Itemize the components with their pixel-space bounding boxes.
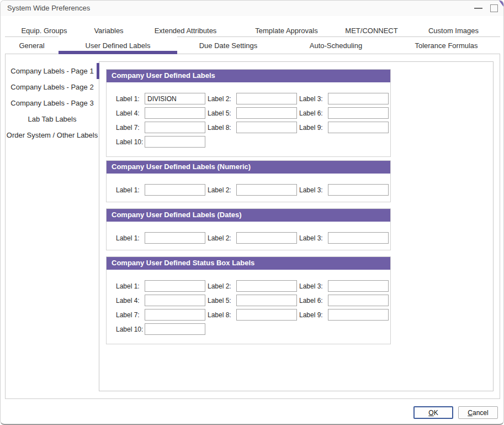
field-label: Label 3: <box>299 282 328 290</box>
field-label: Label 9: <box>299 124 328 132</box>
field-label: Label 6: <box>299 109 328 117</box>
company-label-10-input[interactable] <box>145 136 205 148</box>
dates-label-2-input[interactable] <box>236 232 297 244</box>
tab-content-frame: Company Labels - Page 1 Company Labels -… <box>5 54 500 399</box>
sidebar-item-company-labels-page-3[interactable]: Company Labels - Page 3 <box>6 95 99 111</box>
tab-user-defined-labels[interactable]: User Defined Labels <box>59 40 177 51</box>
section-header: Company User Defined Labels (Numeric) <box>106 160 391 174</box>
section-header: Company User Defined Labels <box>106 69 391 82</box>
tab-row-1: Equip. Groups Variables Extended Attribu… <box>5 25 500 37</box>
section-company-user-defined-labels: Company User Defined Labels Label 1: Lab… <box>106 69 391 157</box>
section-header: Company User Defined Labels (Dates) <box>106 208 391 222</box>
sidebar-selection-indicator <box>97 63 99 79</box>
dates-label-3-input[interactable] <box>328 232 389 244</box>
system-wide-preferences-dialog: System Wide Preferences Equip. Groups Va… <box>0 0 504 425</box>
tab-general[interactable]: General <box>5 40 59 51</box>
tab-row-2: General User Defined Labels Due Date Set… <box>5 40 500 51</box>
field-label: Label 7: <box>116 311 145 319</box>
status-label-2-input[interactable] <box>236 280 297 292</box>
field-label: Label 8: <box>208 311 236 319</box>
sidebar: Company Labels - Page 1 Company Labels -… <box>6 54 99 398</box>
status-label-9-input[interactable] <box>328 309 389 321</box>
status-label-5-input[interactable] <box>236 295 297 306</box>
ok-button-label: OK <box>428 409 438 417</box>
section-company-user-defined-labels-dates: Company User Defined Labels (Dates) Labe… <box>106 208 391 250</box>
field-label: Label 2: <box>208 282 236 290</box>
field-label: Label 7: <box>116 124 145 132</box>
field-label: Label 1: <box>116 186 145 194</box>
field-label: Label 4: <box>116 297 145 305</box>
tab-custom-images[interactable]: Custom Images <box>407 25 500 37</box>
company-label-3-input[interactable] <box>328 93 389 104</box>
company-label-2-input[interactable] <box>236 93 297 104</box>
field-label: Label 8: <box>208 124 236 132</box>
field-label: Label 1: <box>116 282 145 290</box>
tab-row-divider-left <box>5 36 59 37</box>
numeric-label-3-input[interactable] <box>328 184 389 196</box>
tab-tolerance-formulas[interactable]: Tolerance Formulas <box>392 40 500 51</box>
field-label: Label 1: <box>116 95 145 103</box>
field-label: Label 4: <box>116 109 145 117</box>
field-label: Label 9: <box>299 311 328 319</box>
status-label-8-input[interactable] <box>236 309 297 321</box>
tab-variables[interactable]: Variables <box>83 25 134 37</box>
tab-equip-groups[interactable]: Equip. Groups <box>5 25 83 37</box>
dates-label-1-input[interactable] <box>145 232 205 244</box>
company-label-6-input[interactable] <box>328 107 389 119</box>
titlebar[interactable]: System Wide Preferences <box>1 1 503 16</box>
tab-row-divider-right <box>177 36 500 37</box>
sidebar-item-company-labels-page-2[interactable]: Company Labels - Page 2 <box>6 79 99 95</box>
tab-due-date-settings[interactable]: Due Date Settings <box>177 40 279 51</box>
company-label-5-input[interactable] <box>236 107 297 119</box>
field-label: Label 6: <box>299 297 328 305</box>
company-label-1-input[interactable] <box>145 93 205 104</box>
labels-content-panel: Company User Defined Labels Label 1: Lab… <box>99 61 494 391</box>
sidebar-item-company-labels-page-1[interactable]: Company Labels - Page 1 <box>6 63 99 79</box>
maximize-button[interactable] <box>486 1 502 16</box>
cancel-button[interactable]: Cancel <box>458 406 498 419</box>
field-label: Label 10: <box>116 326 145 333</box>
status-label-10-input[interactable] <box>145 323 205 335</box>
selected-tab-underline <box>59 51 177 54</box>
status-label-4-input[interactable] <box>145 295 205 306</box>
field-label: Label 2: <box>208 234 236 242</box>
numeric-label-1-input[interactable] <box>145 184 205 196</box>
section-company-user-defined-status-box-labels: Company User Defined Status Box Labels L… <box>106 256 391 344</box>
section-company-user-defined-labels-numeric: Company User Defined Labels (Numeric) La… <box>106 160 391 202</box>
minimize-button[interactable] <box>470 1 487 16</box>
section-header: Company User Defined Status Box Labels <box>106 256 391 270</box>
sidebar-item-order-system-other-labels[interactable]: Order System / Other Labels <box>6 127 99 143</box>
company-label-9-input[interactable] <box>328 122 389 133</box>
field-label: Label 5: <box>208 297 236 305</box>
tab-auto-scheduling[interactable]: Auto-Scheduling <box>279 40 392 51</box>
field-label: Label 3: <box>299 186 328 194</box>
tab-met-connect[interactable]: MET/CONNECT <box>336 25 407 37</box>
status-label-6-input[interactable] <box>328 295 389 306</box>
field-label: Label 2: <box>208 186 236 194</box>
field-label: Label 2: <box>208 95 236 103</box>
minimize-icon <box>474 8 482 9</box>
tab-extended-attributes[interactable]: Extended Attributes <box>134 25 237 37</box>
cancel-button-label: Cancel <box>468 409 488 417</box>
status-label-3-input[interactable] <box>328 280 389 292</box>
tab-template-approvals[interactable]: Template Approvals <box>237 25 336 37</box>
window-title: System Wide Preferences <box>7 1 90 16</box>
field-label: Label 1: <box>116 234 145 242</box>
status-label-7-input[interactable] <box>145 309 205 321</box>
numeric-label-2-input[interactable] <box>236 184 297 196</box>
company-label-4-input[interactable] <box>145 107 205 119</box>
ok-button[interactable]: OK <box>413 406 453 419</box>
company-label-7-input[interactable] <box>145 122 205 133</box>
sidebar-item-lab-tab-labels[interactable]: Lab Tab Labels <box>6 111 99 127</box>
field-label: Label 10: <box>116 138 145 146</box>
field-label: Label 3: <box>299 95 328 103</box>
company-label-8-input[interactable] <box>236 122 297 133</box>
maximize-icon <box>490 4 498 12</box>
field-label: Label 3: <box>299 234 328 242</box>
field-label: Label 5: <box>208 109 236 117</box>
status-label-1-input[interactable] <box>145 280 205 292</box>
